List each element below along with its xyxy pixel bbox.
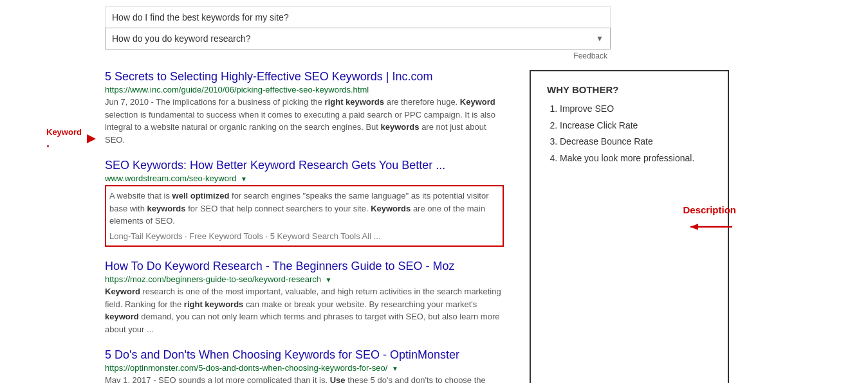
result-title: SEO Keywords: How Better Keyword Researc… [105, 159, 504, 172]
svg-marker-1 [690, 224, 698, 230]
search-results: 5 Secrets to Selecting Highly-Effective … [105, 70, 504, 383]
description-arrow-container [683, 220, 736, 233]
result-url: www.wordstream.com/seo-keyword ▼ [105, 174, 504, 183]
why-bother-list: Improve SEO Increase Click Rate Decrease… [547, 103, 712, 165]
result-title: 5 Do's and Don'ts When Choosing Keywords… [105, 348, 504, 362]
result-date: Jun 7, 2010 [105, 97, 149, 107]
table-row: SEO Keywords: How Better Keyword Researc… [105, 159, 504, 247]
result-title: How To Do Keyword Research - The Beginne… [105, 260, 504, 273]
result-url: https://www.inc.com/guide/2010/06/pickin… [105, 85, 504, 94]
url-dropdown-icon: ▼ [392, 365, 398, 372]
url-dropdown-icon: ▼ [241, 175, 247, 183]
table-row: 5 Secrets to Selecting Highly-Effective … [105, 70, 504, 146]
autocomplete-top-item[interactable]: How do I find the best keywords for my s… [105, 6, 611, 28]
main-content: 5 Secrets to Selecting Highly-Effective … [105, 70, 868, 383]
keyword-arrow-icon [87, 134, 96, 143]
list-item: Decrease Bounce Rate [560, 136, 712, 148]
highlighted-description-box: A website that is well optimized for sea… [105, 185, 504, 247]
url-dropdown-icon: ▼ [326, 276, 332, 283]
keyword-label-text: Keyword. [46, 127, 82, 150]
result-description: Keyword research is one of the most impo… [105, 285, 504, 335]
result-url: https://optinmonster.com/5-dos-and-donts… [105, 363, 504, 373]
keyword-annotation: Keyword. [46, 127, 96, 150]
list-item: Increase Click Rate [560, 120, 712, 132]
result-description: May 1, 2017 - SEO sounds a lot more comp… [105, 374, 504, 383]
description-annotation: Description [683, 204, 736, 233]
table-row: How To Do Keyword Research - The Beginne… [105, 260, 504, 335]
why-bother-heading: WHY BOTHER? [547, 84, 712, 95]
result-link[interactable]: 5 Do's and Don'ts When Choosing Keywords… [105, 348, 459, 361]
page-container: How do I find the best keywords for my s… [0, 0, 868, 383]
result-sub-description: Long-Tail Keywords · Free Keyword Tools … [109, 230, 499, 243]
feedback-link[interactable]: Feedback [105, 51, 607, 60]
list-item: Improve SEO [560, 103, 712, 116]
result-url: https://moz.com/beginners-guide-to-seo/k… [105, 274, 504, 284]
search-input-box[interactable]: How do you do keyword research? ▼ [105, 28, 611, 49]
result-link[interactable]: 5 Secrets to Selecting Highly-Effective … [105, 70, 433, 83]
description-arrow-icon [684, 220, 735, 233]
description-label: Description [683, 204, 736, 215]
search-input-text: How do you do keyword research? [112, 33, 251, 44]
search-box-area: How do I find the best keywords for my s… [105, 6, 611, 60]
chevron-down-icon: ▼ [596, 34, 604, 43]
result-description: A website that is well optimized for sea… [109, 190, 499, 227]
table-row: 5 Do's and Don'ts When Choosing Keywords… [105, 348, 504, 383]
result-title: 5 Secrets to Selecting Highly-Effective … [105, 70, 504, 84]
list-item: Make you look more professional. [560, 152, 712, 165]
result-link[interactable]: SEO Keywords: How Better Keyword Researc… [105, 159, 445, 172]
result-link[interactable]: How To Do Keyword Research - The Beginne… [105, 260, 455, 272]
result-description: Jun 7, 2010 - The implications for a bus… [105, 96, 504, 146]
